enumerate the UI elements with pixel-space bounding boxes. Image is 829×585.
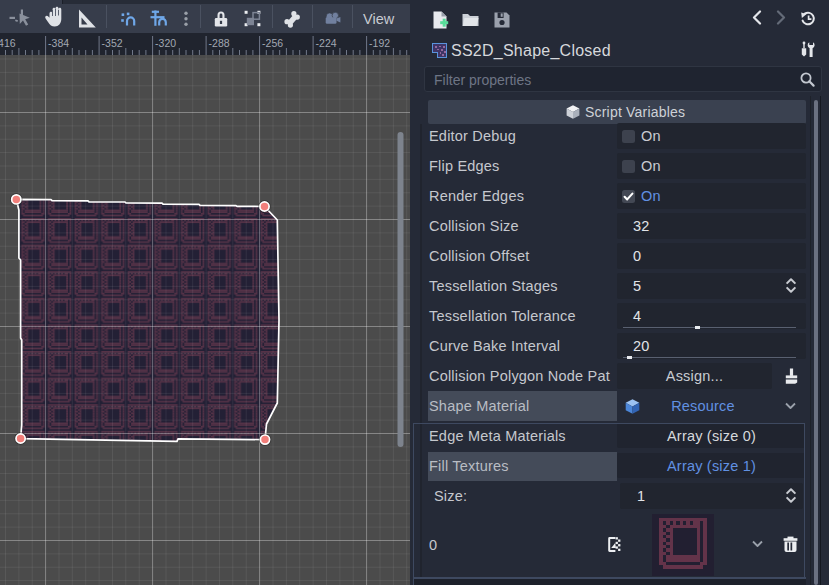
svg-text:-352: -352 [102, 37, 123, 49]
svg-text:-256: -256 [262, 37, 283, 49]
svg-text:-416: -416 [0, 37, 16, 49]
svg-text:View: View [363, 11, 395, 27]
svg-text:-224: -224 [316, 37, 337, 49]
svg-text:-384: -384 [48, 37, 69, 49]
svg-text:-320: -320 [155, 37, 176, 49]
svg-text:-192: -192 [369, 37, 390, 49]
svg-text:-288: -288 [209, 37, 230, 49]
